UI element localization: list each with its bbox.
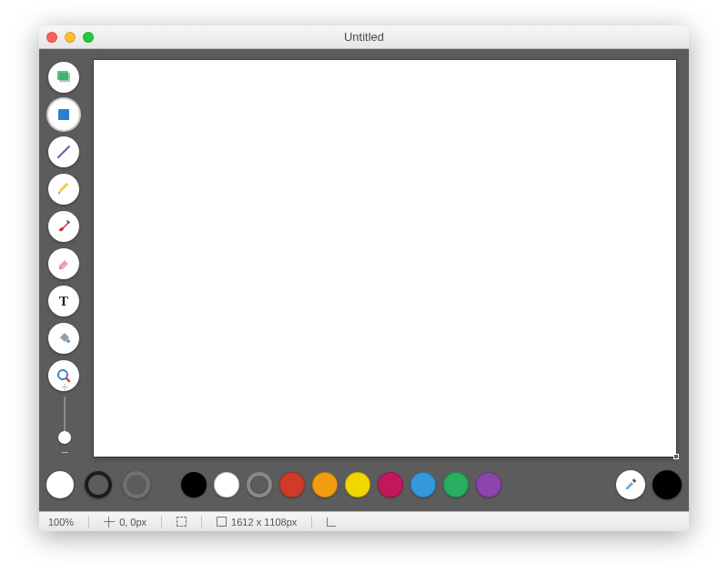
minimize-window-button[interactable] [65, 32, 76, 43]
titlebar: Untitled [39, 25, 689, 49]
text-tool[interactable]: T [48, 286, 79, 317]
canvas-box-icon [217, 517, 227, 527]
app-window: Untitled [39, 25, 689, 531]
selection-box-icon [177, 517, 187, 527]
cursor-pos-value: 0, 0px [119, 517, 147, 528]
pencil-tool[interactable] [48, 174, 79, 205]
eraser-icon [56, 256, 72, 272]
palette-orange[interactable] [312, 472, 338, 498]
palette-purple[interactable] [476, 472, 501, 498]
brush-tool[interactable] [48, 211, 79, 242]
svg-rect-9 [632, 478, 637, 483]
line-tool[interactable] [48, 136, 79, 167]
color-palette [181, 472, 501, 498]
secondary-stroke-swatch[interactable] [123, 471, 150, 498]
fill-icon [56, 330, 72, 347]
stroke-swatch[interactable] [85, 471, 112, 498]
traffic-lights [46, 32, 94, 43]
color-bar [46, 464, 682, 506]
cursor-position: 0, 0px [104, 517, 147, 528]
palette-yellow[interactable] [345, 472, 370, 498]
svg-line-3 [58, 146, 69, 157]
text-icon: T [56, 293, 72, 309]
eraser-tool[interactable] [48, 248, 79, 279]
eyedropper-icon [622, 477, 639, 493]
current-color-swatch[interactable] [652, 470, 682, 499]
status-sep [201, 516, 202, 528]
zoom-level[interactable]: 100% [48, 517, 74, 528]
palette-magenta[interactable] [378, 472, 403, 498]
fill-swatch[interactable] [46, 471, 74, 498]
workspace: T + − [39, 49, 689, 511]
status-sep [311, 516, 312, 528]
size-increase[interactable]: + [58, 380, 71, 393]
window-title: Untitled [39, 30, 689, 44]
svg-rect-2 [58, 109, 69, 120]
shape-icon [56, 106, 72, 123]
size-decrease[interactable]: − [58, 446, 71, 458]
canvas-resize-handle[interactable] [673, 454, 679, 459]
status-sep [161, 516, 162, 528]
left-toolbar: T [48, 62, 79, 391]
angle-readout [327, 518, 336, 527]
brush-size-slider[interactable]: + − [56, 380, 74, 458]
pencil-icon [56, 181, 72, 197]
zoom-window-button[interactable] [83, 32, 94, 43]
eyedropper-button[interactable] [616, 470, 645, 499]
palette-white[interactable] [214, 472, 239, 498]
crosshair-icon [104, 517, 115, 528]
size-thumb[interactable] [58, 431, 71, 444]
size-track[interactable] [64, 397, 66, 442]
color-bar-right [616, 470, 682, 499]
selection-size [177, 517, 187, 527]
palette-blue[interactable] [410, 472, 436, 498]
canvas-size: 1612 x 1108px [217, 517, 297, 528]
palette-none[interactable] [247, 472, 272, 498]
close-window-button[interactable] [46, 32, 57, 43]
brush-icon [56, 218, 72, 235]
canvas[interactable] [94, 60, 676, 457]
line-icon [56, 144, 72, 160]
selection-icon [56, 69, 72, 85]
status-sep [88, 516, 89, 528]
statusbar: 100% 0, 0px 1612 x 1108px [39, 511, 689, 531]
svg-text:T: T [59, 294, 68, 308]
stroke-fill-group [46, 471, 150, 498]
shape-tool[interactable] [48, 99, 79, 130]
palette-green[interactable] [443, 472, 469, 498]
fill-tool[interactable] [48, 323, 79, 354]
svg-point-6 [66, 339, 70, 343]
palette-red[interactable] [279, 472, 305, 498]
angle-icon [327, 518, 336, 527]
palette-black[interactable] [181, 472, 207, 498]
canvas-size-value: 1612 x 1108px [231, 517, 297, 528]
selection-tool[interactable] [48, 62, 79, 93]
zoom-value: 100% [48, 517, 74, 528]
svg-rect-1 [59, 73, 70, 82]
